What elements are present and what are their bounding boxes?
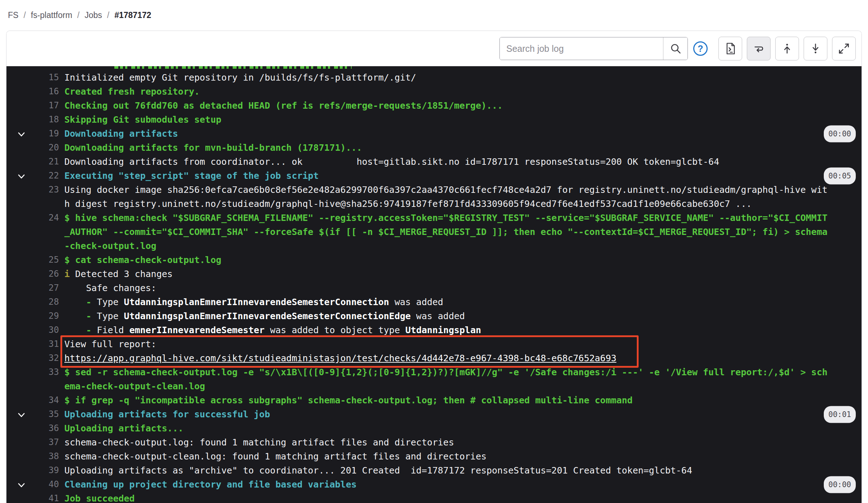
log-text: i Detected 3 changes <box>64 267 862 281</box>
log-line: 23Using docker image sha256:0efca7cae6b0… <box>6 183 862 211</box>
line-number[interactable]: 41 <box>49 493 59 503</box>
duration-badge: 00:00 <box>824 476 856 493</box>
line-number[interactable]: 22 <box>49 171 59 181</box>
log-text: Executing "step_script" stage of the job… <box>64 169 862 183</box>
line-number[interactable]: 36 <box>49 423 59 433</box>
line-number[interactable]: 16 <box>49 86 59 96</box>
log-line: 28 - Type UtdanningsplanEmnerIInnevarend… <box>6 295 862 309</box>
raw-log-button[interactable] <box>718 37 742 60</box>
line-number[interactable]: 40 <box>49 479 59 489</box>
log-line: 37schema-check-output.log: found 1 match… <box>6 435 862 449</box>
line-gutter: 36 <box>6 421 59 435</box>
log-text-segment: was added <box>411 311 465 321</box>
log-text-segment <box>64 311 86 321</box>
breadcrumb-separator: / <box>23 10 26 20</box>
log-text-segment: was added <box>389 297 443 307</box>
line-number[interactable]: 34 <box>49 395 59 405</box>
line-number[interactable]: 21 <box>49 157 59 167</box>
line-number[interactable]: 35 <box>49 409 59 419</box>
line-number[interactable]: 37 <box>49 437 59 447</box>
chevron-down-icon[interactable] <box>17 172 26 181</box>
chevron-down-icon[interactable] <box>17 130 26 139</box>
log-text: https://app.graphql-hive.com/sikt/studie… <box>64 351 862 365</box>
line-gutter: 24 <box>6 211 59 225</box>
breadcrumb-item-group[interactable]: FS <box>8 10 18 20</box>
breadcrumb-item-jobs[interactable]: Jobs <box>84 10 102 20</box>
line-number[interactable]: 31 <box>49 339 59 349</box>
search-icon <box>669 42 682 55</box>
report-link[interactable]: https://app.graphql-hive.com/sikt/studie… <box>64 353 616 363</box>
help-question-icon[interactable]: ? <box>693 41 708 56</box>
line-number[interactable]: 27 <box>49 283 59 293</box>
log-text: $ sed -r schema-check-output.log -e "s/\… <box>64 365 862 393</box>
log-text: Downloading artifacts for mvn-build-bran… <box>64 141 862 155</box>
line-number[interactable]: 29 <box>49 311 59 321</box>
line-number[interactable]: 32 <box>49 353 59 363</box>
line-gutter: 30 <box>6 323 59 337</box>
log-text: Uploading artifacts as "archive" to coor… <box>64 463 862 477</box>
log-line: 33$ sed -r schema-check-output.log -e "s… <box>6 365 862 393</box>
scroll-to-top-button[interactable] <box>775 37 799 60</box>
search-button[interactable] <box>663 37 687 60</box>
line-number[interactable]: 25 <box>49 255 59 265</box>
line-number[interactable]: 30 <box>49 325 59 335</box>
log-line: 27 Safe changes: <box>6 281 862 295</box>
log-line: 21Downloading artifacts from coordinator… <box>6 155 862 169</box>
log-text: Initialized empty Git repository in /bui… <box>64 71 862 85</box>
line-gutter: 28 <box>6 295 59 309</box>
log-text: Downloading artifacts <box>64 127 862 141</box>
line-gutter: 21 <box>6 155 59 169</box>
line-gutter: 32 <box>6 351 59 365</box>
line-number[interactable]: 39 <box>49 465 59 475</box>
raw-log-file-icon <box>724 42 737 55</box>
log-line: 19Downloading artifacts00:00 <box>6 127 862 141</box>
line-number[interactable]: 18 <box>49 114 59 124</box>
line-gutter: 19 <box>6 127 59 141</box>
log-text-segment: Uploading artifacts as "archive" to coor… <box>64 465 692 476</box>
log-line: 38schema-check-output-clean.log: found 1… <box>6 449 862 463</box>
breadcrumb-item-project[interactable]: fs-plattform <box>31 10 72 20</box>
line-number[interactable]: 20 <box>49 142 59 153</box>
log-text-segment: UtdanningsplanEmnerIInnevarendeSemesterC… <box>124 311 411 321</box>
fullscreen-icon <box>837 42 850 55</box>
line-number[interactable]: 19 <box>49 128 59 139</box>
log-text: - Type UtdanningsplanEmnerIInnevarendeSe… <box>64 295 862 309</box>
log-text-segment: - <box>86 297 91 307</box>
line-number[interactable]: 26 <box>49 269 59 279</box>
log-text: Uploading artifacts... <box>64 421 862 435</box>
line-number[interactable]: 17 <box>49 100 59 110</box>
wrap-lines-button[interactable] <box>747 37 771 60</box>
line-number[interactable]: 28 <box>49 297 59 307</box>
log-line: 41Job succeeded <box>6 491 862 503</box>
log-text-segment: Job succeeded <box>64 493 135 503</box>
chevron-down-icon[interactable] <box>17 410 26 420</box>
line-number[interactable]: 23 <box>49 185 59 195</box>
log-text-segment: Uploading artifacts... <box>64 423 183 434</box>
log-text-segment: Utdanningsplan <box>405 325 481 335</box>
line-number[interactable]: 38 <box>49 451 59 461</box>
log-text: Uploading artifacts for successful job <box>64 407 862 421</box>
log-text: Safe changes: <box>64 281 862 295</box>
log-line: 16Created fresh repository. <box>6 85 862 99</box>
line-gutter: 23 <box>6 183 59 197</box>
scroll-to-bottom-button[interactable] <box>804 37 827 60</box>
line-gutter: 22 <box>6 169 59 183</box>
log-text: View full report: <box>64 337 862 351</box>
line-gutter: 27 <box>6 281 59 295</box>
log-text: $ hive schema:check "$SUBGRAF_SCHEMA_FIL… <box>64 211 862 253</box>
search-group <box>499 37 688 60</box>
log-text-segment: UtdanningsplanEmnerIInnevarendeSemesterC… <box>124 297 389 307</box>
fullscreen-button[interactable] <box>832 37 856 60</box>
search-input[interactable] <box>500 37 663 60</box>
log-text: Created fresh repository. <box>64 85 862 99</box>
chevron-down-icon[interactable] <box>17 480 26 490</box>
log-text-segment: Uploading artifacts for successful job <box>64 409 270 420</box>
breadcrumb: FS / fs-plattform / Jobs / #1787172 <box>0 0 868 31</box>
log-text-segment: Safe changes: <box>64 283 156 293</box>
log-line: 39Uploading artifacts as "archive" to co… <box>6 463 862 477</box>
log-text-segment: schema-check-output-clean.log: found 1 m… <box>64 451 486 462</box>
log-text-segment: Type <box>91 297 124 307</box>
line-number[interactable]: 33 <box>49 367 59 377</box>
line-number[interactable]: 24 <box>49 213 59 223</box>
line-number[interactable]: 15 <box>49 72 59 82</box>
